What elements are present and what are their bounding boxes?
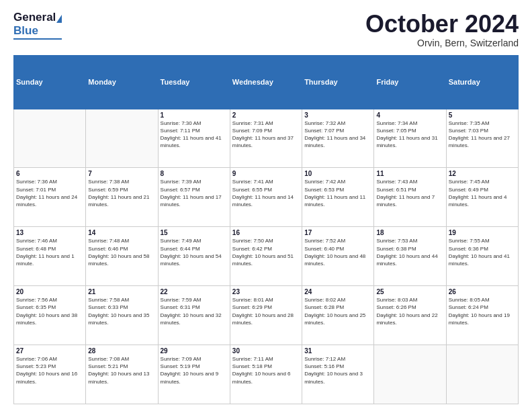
day-info: Sunrise: 7:30 AMSunset: 7:11 PMDaylight:… (161, 120, 228, 150)
day-cell: 4Sunrise: 7:34 AMSunset: 7:05 PMDaylight… (374, 109, 446, 168)
logo-general-text: General (13, 11, 56, 24)
day-info: Sunrise: 7:32 AMSunset: 7:07 PMDaylight:… (304, 120, 371, 150)
day-number: 4 (376, 111, 443, 119)
day-cell: 21Sunrise: 7:58 AMSunset: 6:33 PMDayligh… (86, 286, 158, 345)
page: General Blue October 2024 Orvin, Bern, S… (0, 0, 532, 411)
day-info: Sunrise: 7:53 AMSunset: 6:38 PMDaylight:… (376, 237, 443, 267)
day-info: Sunrise: 7:52 AMSunset: 6:40 PMDaylight:… (304, 237, 371, 267)
day-number: 27 (16, 347, 83, 355)
day-cell: 19Sunrise: 7:55 AMSunset: 6:36 PMDayligh… (446, 227, 518, 286)
day-info: Sunrise: 7:39 AMSunset: 6:57 PMDaylight:… (161, 178, 228, 208)
day-cell: 20Sunrise: 7:56 AMSunset: 6:35 PMDayligh… (14, 286, 86, 345)
header-friday: Friday (374, 55, 446, 109)
day-cell: 17Sunrise: 7:52 AMSunset: 6:40 PMDayligh… (302, 227, 374, 286)
day-info: Sunrise: 7:42 AMSunset: 6:53 PMDaylight:… (304, 178, 371, 208)
day-cell: 5Sunrise: 7:35 AMSunset: 7:03 PMDaylight… (446, 109, 518, 168)
day-number: 23 (232, 288, 300, 295)
week-row-4: 20Sunrise: 7:56 AMSunset: 6:35 PMDayligh… (14, 286, 519, 345)
day-info: Sunrise: 8:05 AMSunset: 6:24 PMDaylight:… (449, 296, 516, 326)
day-info: Sunrise: 7:09 AMSunset: 5:19 PMDaylight:… (161, 355, 228, 385)
day-number: 16 (232, 229, 300, 236)
day-number: 29 (161, 347, 228, 355)
day-info: Sunrise: 8:03 AMSunset: 6:26 PMDaylight:… (376, 296, 443, 326)
day-cell (374, 345, 446, 404)
day-number: 31 (304, 347, 371, 355)
day-number: 18 (376, 229, 443, 236)
day-cell: 16Sunrise: 7:50 AMSunset: 6:42 PMDayligh… (230, 227, 302, 286)
header: General Blue October 2024 Orvin, Bern, S… (13, 11, 519, 48)
day-cell: 27Sunrise: 7:06 AMSunset: 5:23 PMDayligh… (14, 345, 86, 404)
day-info: Sunrise: 7:36 AMSunset: 7:01 PMDaylight:… (16, 178, 83, 208)
day-number: 19 (449, 229, 516, 236)
day-cell: 22Sunrise: 7:59 AMSunset: 6:31 PMDayligh… (158, 286, 230, 345)
logo-triangle-icon (56, 15, 62, 23)
header-tuesday: Tuesday (158, 55, 230, 109)
header-thursday: Thursday (302, 55, 374, 109)
day-cell: 23Sunrise: 8:01 AMSunset: 6:29 PMDayligh… (230, 286, 302, 345)
day-info: Sunrise: 7:59 AMSunset: 6:31 PMDaylight:… (161, 296, 228, 326)
day-number: 3 (304, 111, 371, 119)
day-info: Sunrise: 7:58 AMSunset: 6:33 PMDaylight:… (88, 296, 155, 326)
day-info: Sunrise: 7:56 AMSunset: 6:35 PMDaylight:… (16, 296, 83, 326)
day-number: 28 (88, 347, 155, 355)
day-number: 21 (88, 288, 155, 295)
header-monday: Monday (86, 55, 158, 109)
day-number: 9 (232, 170, 300, 177)
day-number: 17 (304, 229, 371, 236)
day-number: 2 (232, 111, 300, 119)
day-cell: 24Sunrise: 8:02 AMSunset: 6:28 PMDayligh… (302, 286, 374, 345)
day-cell (14, 109, 86, 168)
day-number: 14 (88, 229, 155, 236)
day-info: Sunrise: 7:08 AMSunset: 5:21 PMDaylight:… (88, 355, 155, 385)
day-cell: 9Sunrise: 7:41 AMSunset: 6:55 PMDaylight… (230, 168, 302, 227)
day-info: Sunrise: 7:43 AMSunset: 6:51 PMDaylight:… (376, 178, 443, 208)
day-cell (446, 345, 518, 404)
day-info: Sunrise: 7:45 AMSunset: 6:49 PMDaylight:… (449, 178, 516, 208)
day-info: Sunrise: 7:12 AMSunset: 5:16 PMDaylight:… (304, 355, 371, 385)
day-info: Sunrise: 7:34 AMSunset: 7:05 PMDaylight:… (376, 120, 443, 150)
week-row-5: 27Sunrise: 7:06 AMSunset: 5:23 PMDayligh… (14, 345, 519, 404)
day-cell: 31Sunrise: 7:12 AMSunset: 5:16 PMDayligh… (302, 345, 374, 404)
weekday-header-row: Sunday Monday Tuesday Wednesday Thursday… (14, 55, 519, 109)
day-number: 24 (304, 288, 371, 295)
day-info: Sunrise: 7:35 AMSunset: 7:03 PMDaylight:… (449, 120, 516, 150)
logo-underline (13, 38, 62, 40)
week-row-1: 1Sunrise: 7:30 AMSunset: 7:11 PMDaylight… (14, 109, 519, 168)
logo-blue-row: Blue (13, 24, 62, 38)
day-cell: 12Sunrise: 7:45 AMSunset: 6:49 PMDayligh… (446, 168, 518, 227)
day-number: 12 (449, 170, 516, 177)
day-info: Sunrise: 7:49 AMSunset: 6:44 PMDaylight:… (161, 237, 228, 267)
day-cell: 2Sunrise: 7:31 AMSunset: 7:09 PMDaylight… (230, 109, 302, 168)
day-info: Sunrise: 7:38 AMSunset: 6:59 PMDaylight:… (88, 178, 155, 208)
day-number: 11 (376, 170, 443, 177)
day-info: Sunrise: 7:55 AMSunset: 6:36 PMDaylight:… (449, 237, 516, 267)
header-saturday: Saturday (446, 55, 518, 109)
day-number: 8 (161, 170, 228, 177)
day-number: 25 (376, 288, 443, 295)
day-number: 1 (161, 111, 228, 119)
day-cell: 8Sunrise: 7:39 AMSunset: 6:57 PMDaylight… (158, 168, 230, 227)
day-cell: 11Sunrise: 7:43 AMSunset: 6:51 PMDayligh… (374, 168, 446, 227)
logo: General Blue (13, 11, 62, 40)
month-title: October 2024 (365, 11, 519, 38)
day-cell: 14Sunrise: 7:48 AMSunset: 6:46 PMDayligh… (86, 227, 158, 286)
day-info: Sunrise: 7:41 AMSunset: 6:55 PMDaylight:… (232, 178, 300, 208)
day-cell: 25Sunrise: 8:03 AMSunset: 6:26 PMDayligh… (374, 286, 446, 345)
day-cell: 30Sunrise: 7:11 AMSunset: 5:18 PMDayligh… (230, 345, 302, 404)
day-cell (86, 109, 158, 168)
day-cell: 29Sunrise: 7:09 AMSunset: 5:19 PMDayligh… (158, 345, 230, 404)
day-number: 30 (232, 347, 300, 355)
day-cell: 15Sunrise: 7:49 AMSunset: 6:44 PMDayligh… (158, 227, 230, 286)
day-info: Sunrise: 7:46 AMSunset: 6:48 PMDaylight:… (16, 237, 83, 267)
calendar-table: Sunday Monday Tuesday Wednesday Thursday… (13, 55, 519, 404)
day-number: 26 (449, 288, 516, 295)
day-cell: 18Sunrise: 7:53 AMSunset: 6:38 PMDayligh… (374, 227, 446, 286)
day-info: Sunrise: 7:06 AMSunset: 5:23 PMDaylight:… (16, 355, 83, 385)
week-row-3: 13Sunrise: 7:46 AMSunset: 6:48 PMDayligh… (14, 227, 519, 286)
day-info: Sunrise: 8:02 AMSunset: 6:28 PMDaylight:… (304, 296, 371, 326)
day-number: 10 (304, 170, 371, 177)
day-cell: 26Sunrise: 8:05 AMSunset: 6:24 PMDayligh… (446, 286, 518, 345)
day-number: 22 (161, 288, 228, 295)
day-number: 6 (16, 170, 83, 177)
week-row-2: 6Sunrise: 7:36 AMSunset: 7:01 PMDaylight… (14, 168, 519, 227)
